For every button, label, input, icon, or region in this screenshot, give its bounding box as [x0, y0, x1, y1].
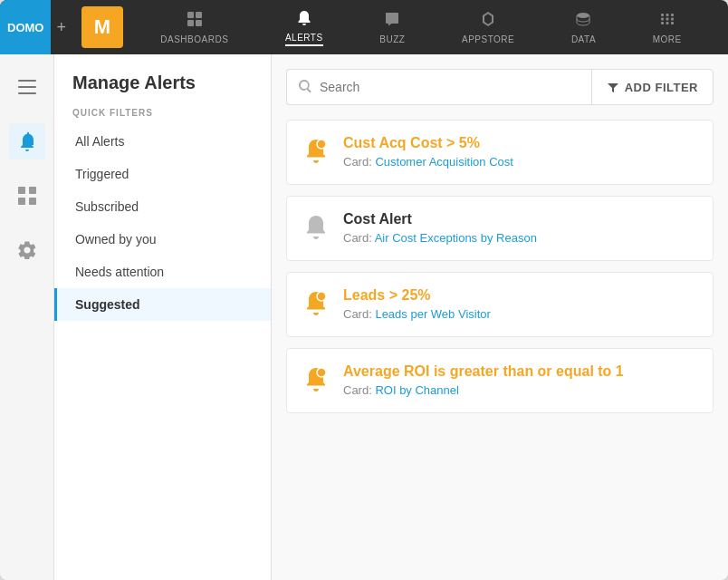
main-area: Manage Alerts QUICK FILTERS All Alerts T… [0, 54, 728, 580]
svg-rect-16 [18, 92, 36, 94]
alert-bell-1 [302, 137, 330, 169]
svg-rect-9 [666, 17, 668, 20]
top-nav: DOMO + M DASHBOARDS ALERTS [0, 0, 728, 54]
svg-rect-5 [661, 14, 664, 16]
alert-info-1: Cust Acq Cost > 5% Card: Customer Acquis… [343, 135, 698, 169]
alert-bell-2 [302, 213, 330, 246]
add-button[interactable]: + [51, 18, 72, 37]
dashboards-icon [187, 11, 203, 31]
svg-point-23 [317, 368, 326, 377]
search-input-wrap [286, 69, 591, 105]
svg-rect-14 [18, 80, 36, 82]
nav-items: DASHBOARDS ALERTS BUZZ APPSTORE [132, 5, 728, 50]
grid-sidebar-button[interactable] [9, 178, 45, 214]
alerts-nav-icon [296, 9, 312, 29]
appstore-label: APPSTORE [462, 34, 514, 44]
alert-card-2[interactable]: Cost Alert Card: Air Cost Exceptions by … [286, 196, 714, 261]
hamburger-button[interactable] [9, 69, 45, 105]
alert-title-3: Leads > 25% [343, 287, 698, 304]
dashboards-label: DASHBOARDS [160, 34, 228, 44]
filter-triggered[interactable]: Triggered [54, 158, 271, 190]
search-icon [298, 79, 312, 96]
alert-card-ref-1: Card: Customer Acquisition Cost [343, 155, 698, 169]
svg-rect-15 [18, 86, 36, 88]
nav-item-data[interactable]: DATA [560, 7, 607, 48]
alert-info-4: Average ROI is greater than or equal to … [343, 363, 698, 397]
svg-rect-8 [661, 17, 664, 20]
filter-all-alerts[interactable]: All Alerts [54, 125, 271, 158]
filter-subscribed[interactable]: Subscribed [54, 190, 271, 223]
data-label: DATA [571, 34, 596, 44]
filter-suggested[interactable]: Suggested [54, 288, 271, 321]
svg-rect-10 [671, 17, 674, 20]
nav-item-dashboards[interactable]: DASHBOARDS [149, 7, 239, 48]
svg-rect-0 [187, 12, 194, 18]
alert-title-4: Average ROI is greater than or equal to … [343, 363, 698, 380]
nav-item-buzz[interactable]: BUZZ [369, 7, 416, 48]
alert-card-1[interactable]: Cust Acq Cost > 5% Card: Customer Acquis… [286, 120, 714, 185]
alert-card-ref-3: Card: Leads per Web Visitor [343, 307, 698, 321]
content-area: ADD FILTER Cust Acq Cost > 5% Card: Cust… [272, 54, 728, 580]
alert-card-link-2[interactable]: Air Cost Exceptions by Reason [375, 231, 537, 245]
svg-rect-11 [661, 22, 664, 24]
alert-card-link-4[interactable]: ROI by Channel [375, 383, 459, 397]
svg-rect-18 [29, 187, 36, 194]
alert-card-link-1[interactable]: Customer Acquisition Cost [375, 155, 512, 169]
svg-rect-20 [29, 198, 36, 205]
sidebar-icons [0, 54, 54, 580]
alert-bell-4 [302, 365, 330, 398]
buzz-icon [384, 11, 400, 31]
svg-rect-12 [666, 22, 668, 24]
svg-rect-7 [671, 14, 674, 16]
svg-rect-6 [666, 14, 668, 16]
more-icon [659, 11, 675, 31]
svg-rect-13 [671, 22, 674, 24]
data-icon [575, 11, 591, 31]
page-title: Manage Alerts [54, 72, 271, 108]
app-shell: DOMO + M DASHBOARDS ALERTS [0, 0, 728, 580]
svg-point-21 [317, 140, 326, 149]
alert-card-ref-4: Card: ROI by Channel [343, 383, 698, 397]
domo-logo: DOMO [0, 0, 51, 54]
left-panel: Manage Alerts QUICK FILTERS All Alerts T… [54, 54, 272, 580]
nav-item-alerts[interactable]: ALERTS [274, 5, 334, 50]
svg-rect-17 [18, 187, 25, 194]
alerts-sidebar-button[interactable] [9, 123, 45, 160]
svg-rect-3 [196, 20, 202, 26]
alert-card-3[interactable]: Leads > 25% Card: Leads per Web Visitor [286, 272, 714, 337]
search-input[interactable] [320, 80, 580, 94]
brand-area: DOMO + [0, 0, 72, 54]
alert-title-1: Cust Acq Cost > 5% [343, 135, 698, 151]
svg-rect-2 [187, 20, 194, 26]
alert-info-3: Leads > 25% Card: Leads per Web Visitor [343, 287, 698, 321]
alert-info-2: Cost Alert Card: Air Cost Exceptions by … [343, 211, 698, 245]
nav-item-more[interactable]: MORE [642, 7, 693, 48]
add-filter-button[interactable]: ADD FILTER [591, 69, 714, 105]
filter-owned-by-you[interactable]: Owned by you [54, 223, 271, 256]
svg-rect-1 [196, 12, 202, 18]
buzz-label: BUZZ [379, 34, 405, 44]
gear-sidebar-button[interactable] [9, 232, 45, 268]
nav-item-appstore[interactable]: APPSTORE [451, 7, 525, 48]
alert-title-2: Cost Alert [343, 211, 698, 227]
alert-card-link-3[interactable]: Leads per Web Visitor [375, 307, 490, 321]
svg-point-4 [577, 13, 589, 18]
more-label: MORE [653, 34, 682, 44]
search-bar: ADD FILTER [286, 69, 714, 105]
svg-point-22 [317, 292, 326, 301]
alert-card-4[interactable]: Average ROI is greater than or equal to … [286, 348, 714, 413]
appstore-icon [480, 11, 496, 31]
svg-rect-19 [18, 198, 25, 205]
alert-bell-3 [302, 289, 330, 322]
quick-filters-label: QUICK FILTERS [54, 108, 271, 125]
alert-card-ref-2: Card: Air Cost Exceptions by Reason [343, 231, 698, 245]
m-logo[interactable]: M [81, 6, 123, 48]
alerts-label: ALERTS [285, 33, 323, 46]
filter-needs-attention[interactable]: Needs attention [54, 256, 271, 288]
